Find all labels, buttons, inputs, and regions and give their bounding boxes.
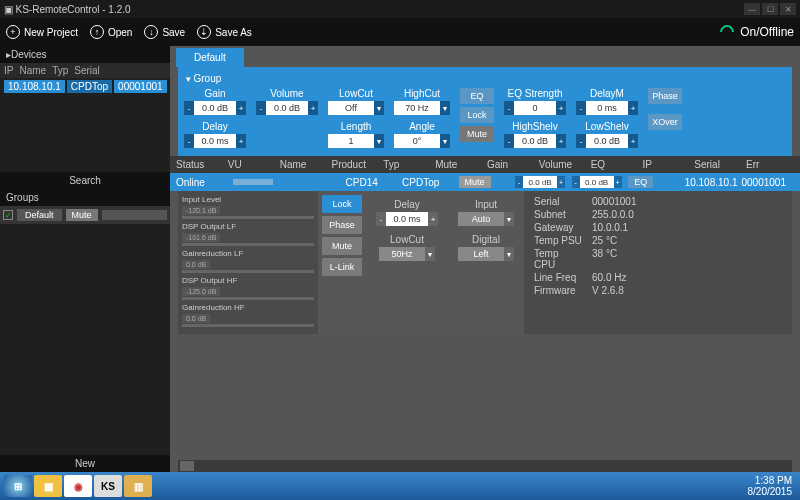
table-header: StatusVUNameProductTypMuteGainVolumeEQIP… [170,156,800,173]
app-icon-2[interactable]: ▥ [124,475,152,497]
save-as-button[interactable]: ⇣Save As [197,25,252,39]
onoffline-button[interactable]: On/Offline [740,25,794,39]
mute-button[interactable]: Mute [460,126,494,142]
detail-delay-spinner[interactable]: -0.0 ms+ [376,212,438,226]
highcut-select[interactable]: 70 Hz▼ [394,101,450,115]
open-button[interactable]: ↑Open [90,25,132,39]
detail-mute-button[interactable]: Mute [322,237,362,255]
row-volume-spinner[interactable]: -0.0 dB+ [572,176,622,188]
detail-panel: Input Level-120.1 dB DSP Output LF-161.6… [178,191,792,334]
detail-digital-select[interactable]: Left▼ [458,247,514,261]
group-mute-button[interactable]: Mute [66,209,98,221]
main-panel: Default ▾ Group Gain-0.0 dB+ Volume-0.0 … [170,46,800,472]
save-button[interactable]: ↓Save [144,25,185,39]
device-info: Serial00001001 Subnet255.0.0.0 Gateway10… [524,191,647,334]
connection-icon [717,22,737,42]
titlebar: ▣ KS-RemoteControl - 1.2.0 — ☐ ✕ [0,0,800,18]
h-scrollbar[interactable] [178,460,792,472]
search-button[interactable]: Search [0,172,170,189]
taskbar: ⊞ ▦ ◉ KS ▥ 1:38 PM8/20/2015 [0,472,800,500]
eqstrength-spinner[interactable]: -0+ [504,101,566,115]
close-button[interactable]: ✕ [780,3,796,15]
chrome-icon[interactable]: ◉ [64,475,92,497]
highshelv-spinner[interactable]: -0.0 dB+ [504,134,566,148]
eq-button[interactable]: EQ [460,88,494,104]
lock-button[interactable]: Lock [460,107,494,123]
check-icon[interactable]: ✓ [3,210,13,220]
phase-button[interactable]: Phase [648,88,682,104]
new-group-button[interactable]: New [0,455,170,472]
detail-input-select[interactable]: Auto▼ [458,212,514,226]
new-project-button[interactable]: +New Project [6,25,78,39]
detail-lock-button[interactable]: Lock [322,195,362,213]
table-row[interactable]: Online CPD14 CPDTop Mute -0.0 dB+ -0.0 d… [170,173,800,191]
xover-button[interactable]: XOver [648,114,682,130]
detail-llink-button[interactable]: L-Link [322,258,362,276]
sidebar: ▸ Devices IPNameTypSerial 10.108.10.1 CP… [0,46,170,472]
window-title: KS-RemoteControl - 1.2.0 [16,4,131,15]
toolbar: +New Project ↑Open ↓Save ⇣Save As On/Off… [0,18,800,46]
group-label: Group [194,73,222,84]
detail-phase-button[interactable]: Phase [322,216,362,234]
delay-spinner[interactable]: -0.0 ms+ [184,134,246,148]
delaym-spinner[interactable]: -0 ms+ [576,101,638,115]
min-button[interactable]: — [744,3,760,15]
device-row[interactable]: 10.108.10.1 CPDTop 00001001 [0,78,170,95]
device-columns: IPNameTypSerial [0,63,170,78]
group-panel: ▾ Group Gain-0.0 dB+ Volume-0.0 dB+ Dela… [178,67,792,156]
groups-header: Groups [0,189,170,206]
tab-default[interactable]: Default [176,48,244,67]
volume-spinner[interactable]: -0.0 dB+ [256,101,318,115]
gain-spinner[interactable]: -0.0 dB+ [184,101,246,115]
explorer-icon[interactable]: ▦ [34,475,62,497]
clock[interactable]: 1:38 PM8/20/2015 [748,475,797,497]
row-eq-button[interactable]: EQ [628,176,653,188]
angle-select[interactable]: 0°▼ [394,134,450,148]
devices-header[interactable]: ▸ Devices [0,46,170,63]
detail-lowcut-select[interactable]: 50Hz▼ [379,247,435,261]
group-row[interactable]: ✓ Default Mute [0,206,170,224]
length-select[interactable]: 1▼ [328,134,384,148]
row-mute-button[interactable]: Mute [459,176,491,188]
meters: Input Level-120.1 dB DSP Output LF-161.6… [178,191,318,334]
lowshelv-spinner[interactable]: -0.0 dB+ [576,134,638,148]
ks-app-icon[interactable]: KS [94,475,122,497]
row-gain-spinner[interactable]: -0.0 dB+ [515,176,565,188]
app-icon: ▣ [4,4,13,15]
start-button[interactable]: ⊞ [4,475,32,497]
lowcut-select[interactable]: Off▼ [328,101,384,115]
max-button[interactable]: ☐ [762,3,778,15]
